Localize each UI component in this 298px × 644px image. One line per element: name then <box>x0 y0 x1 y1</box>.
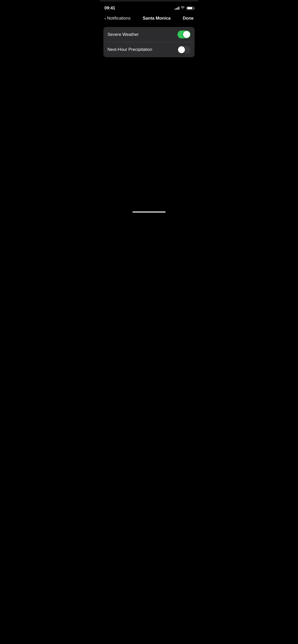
signal-bar-4 <box>179 7 179 10</box>
page-title: Santa Monica <box>143 16 171 21</box>
next-hour-precipitation-toggle[interactable] <box>178 46 191 54</box>
severe-weather-toggle[interactable] <box>178 31 191 38</box>
prev-screen-peek <box>99 0 199 2</box>
battery-icon <box>186 7 194 10</box>
back-button[interactable]: ‹ Notifications <box>104 16 131 21</box>
wifi-icon <box>181 6 185 10</box>
next-hour-precipitation-toggle-thumb <box>178 46 185 53</box>
next-hour-precipitation-row: Next-Hour Precipitation <box>103 42 195 57</box>
done-button[interactable]: Done <box>183 16 194 21</box>
home-indicator <box>132 211 166 213</box>
severe-weather-row: Severe Weather <box>103 27 195 42</box>
signal-bar-2 <box>176 8 177 10</box>
status-time: 09:41 <box>104 6 115 11</box>
signal-icon <box>175 7 179 10</box>
status-icons <box>175 6 194 10</box>
status-bar: 09:41 <box>99 0 199 13</box>
signal-bar-1 <box>175 9 175 10</box>
battery-fill <box>187 7 193 9</box>
back-chevron-icon: ‹ <box>104 16 106 21</box>
nav-bar: ‹ Notifications Santa Monica Done <box>99 13 199 25</box>
severe-weather-toggle-thumb <box>183 31 190 38</box>
signal-bar-3 <box>177 7 178 10</box>
next-hour-precipitation-label: Next-Hour Precipitation <box>107 47 152 52</box>
back-label: Notifications <box>107 16 131 21</box>
severe-weather-label: Severe Weather <box>107 32 139 37</box>
settings-card: Severe Weather Next-Hour Precipitation <box>103 27 195 57</box>
